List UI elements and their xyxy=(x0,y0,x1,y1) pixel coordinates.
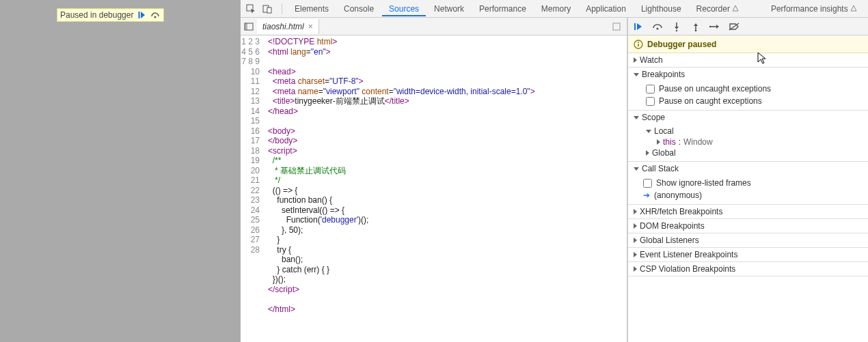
csp-violation-breakpoints-section: CSP Violation Breakpoints xyxy=(628,262,868,276)
source-editor[interactable]: 1 2 3 4 5 6 7 8 9 10 11 12 13 14 15 16 1… xyxy=(241,35,627,342)
breakpoints-header[interactable]: Breakpoints xyxy=(628,68,868,81)
callstack-header[interactable]: Call Stack xyxy=(628,162,868,175)
xhr-breakpoints-label: XHR/fetch Breakpoints xyxy=(640,207,722,216)
ignore-listed-label: Show ignore-listed frames xyxy=(656,178,751,188)
watch-label: Watch xyxy=(640,55,663,65)
page-preview-pane: Paused in debugger xyxy=(0,0,241,342)
more-tabs-icon[interactable] xyxy=(612,22,627,31)
svg-point-12 xyxy=(656,27,658,29)
pause-uncaught-checkbox[interactable] xyxy=(646,85,655,94)
tab-performance-insights[interactable]: Performance insights xyxy=(764,1,864,16)
tab-memory[interactable]: Memory xyxy=(534,1,578,16)
step-over-icon[interactable] xyxy=(651,20,664,33)
pause-uncaught-row[interactable]: Pause on uncaught exceptions xyxy=(646,83,863,95)
chevron-down-icon xyxy=(634,116,639,119)
scope-local-row[interactable]: Local xyxy=(640,126,863,137)
svg-marker-20 xyxy=(716,25,719,29)
paused-in-debugger-banner: Paused in debugger xyxy=(57,8,164,22)
file-tabbar: tiaoshi.html × xyxy=(241,18,627,35)
svg-marker-17 xyxy=(694,23,698,26)
event-listener-breakpoints-header[interactable]: Event Listener Breakpoints xyxy=(628,248,868,261)
resume-button-icon[interactable] xyxy=(632,20,645,33)
tab-console[interactable]: Console xyxy=(337,1,381,16)
chevron-right-icon xyxy=(634,223,637,229)
breakpoints-section: Breakpoints Pause on uncaught exceptions… xyxy=(628,68,868,111)
global-listeners-header[interactable]: Global Listeners xyxy=(628,233,868,247)
chevron-right-icon xyxy=(634,238,637,243)
chevron-right-icon xyxy=(634,57,637,63)
scope-label: Scope xyxy=(642,113,665,122)
callstack-frame-current[interactable]: ➔(anonymous) xyxy=(640,189,863,201)
source-editor-column: tiaoshi.html × 1 2 3 4 5 6 7 8 9 10 11 1… xyxy=(241,18,627,342)
svg-rect-9 xyxy=(613,23,620,30)
tab-application[interactable]: Application xyxy=(579,1,633,16)
scope-header[interactable]: Scope xyxy=(628,111,868,124)
ignore-listed-checkbox[interactable] xyxy=(643,179,652,188)
scope-this-key: this xyxy=(663,137,676,147)
step-out-icon[interactable] xyxy=(690,20,702,33)
navigator-toggle-icon[interactable] xyxy=(241,18,257,35)
tab-recorder[interactable]: Recorder xyxy=(690,1,746,16)
svg-rect-6 xyxy=(267,8,271,13)
step-into-icon[interactable] xyxy=(670,20,683,33)
chevron-right-icon xyxy=(634,209,637,214)
chevron-down-icon xyxy=(646,130,651,133)
tab-performance[interactable]: Performance xyxy=(472,1,533,16)
tab-elements[interactable]: Elements xyxy=(288,1,336,16)
svg-rect-0 xyxy=(139,12,140,18)
xhr-breakpoints-header[interactable]: XHR/fetch Breakpoints xyxy=(628,205,868,218)
dom-breakpoints-header[interactable]: DOM Breakpoints xyxy=(628,219,868,233)
debugger-status-label: Debugger paused xyxy=(647,40,716,49)
dom-breakpoints-label: DOM Breakpoints xyxy=(640,221,705,231)
resume-icon[interactable] xyxy=(136,10,147,20)
svg-point-21 xyxy=(709,25,711,27)
chevron-right-icon xyxy=(634,252,637,257)
svg-rect-8 xyxy=(245,23,247,30)
csp-violation-breakpoints-header[interactable]: CSP Violation Breakpoints xyxy=(628,262,868,276)
svg-point-18 xyxy=(695,29,697,31)
svg-rect-10 xyxy=(634,23,636,30)
event-listener-breakpoints-section: Event Listener Breakpoints xyxy=(628,248,868,262)
breakpoints-label: Breakpoints xyxy=(642,70,685,79)
watch-section: Watch xyxy=(628,53,868,68)
scope-local-label: Local xyxy=(654,126,674,136)
debugger-sidebar: Debugger paused Watch Breakpoints Pause … xyxy=(627,18,868,342)
chevron-down-icon xyxy=(634,73,639,76)
close-file-icon[interactable]: × xyxy=(308,22,313,31)
code-content[interactable]: <!DOCTYPE html> <html lang="en"> <head> … xyxy=(264,35,627,342)
debugger-toolbar xyxy=(628,18,868,35)
svg-marker-14 xyxy=(675,27,679,29)
frame-label: (anonymous) xyxy=(654,190,702,200)
tab-network[interactable]: Network xyxy=(427,1,471,16)
chevron-right-icon xyxy=(634,266,637,272)
inspect-icon[interactable] xyxy=(245,3,257,15)
svg-marker-11 xyxy=(637,23,642,30)
scope-section: Scope Local this: Window Global xyxy=(628,111,868,162)
file-tab-label: tiaoshi.html xyxy=(262,22,304,31)
deactivate-breakpoints-icon[interactable] xyxy=(728,20,740,33)
tab-sources[interactable]: Sources xyxy=(382,1,426,16)
line-gutter: 1 2 3 4 5 6 7 8 9 10 11 12 13 14 15 16 1… xyxy=(241,35,264,342)
global-listeners-label: Global Listeners xyxy=(640,236,699,245)
dom-breakpoints-section: DOM Breakpoints xyxy=(628,219,868,233)
devtools-tabbar: Elements Console Sources Network Perform… xyxy=(241,0,868,18)
devtools-panel: Elements Console Sources Network Perform… xyxy=(241,0,868,342)
pause-caught-checkbox[interactable] xyxy=(646,97,655,106)
file-tab-tiaoshi[interactable]: tiaoshi.html × xyxy=(257,19,319,34)
watch-header[interactable]: Watch xyxy=(628,53,868,67)
paused-label: Paused in debugger xyxy=(60,10,133,20)
scope-global-label: Global xyxy=(652,148,676,158)
csp-violation-breakpoints-label: CSP Violation Breakpoints xyxy=(640,264,735,274)
pause-caught-row[interactable]: Pause on caught exceptions xyxy=(646,95,863,107)
chevron-right-icon xyxy=(646,150,649,156)
device-toolbar-icon[interactable] xyxy=(261,3,273,15)
ignore-listed-row[interactable]: Show ignore-listed frames xyxy=(640,177,863,189)
scope-this-row[interactable]: this: Window xyxy=(640,137,863,147)
scope-this-value: Window xyxy=(683,137,713,147)
event-listener-breakpoints-label: Event Listener Breakpoints xyxy=(640,250,737,259)
global-listeners-section: Global Listeners xyxy=(628,233,868,248)
step-icon[interactable] xyxy=(709,20,721,33)
step-over-small-icon[interactable] xyxy=(150,10,161,20)
tab-lighthouse[interactable]: Lighthouse xyxy=(634,1,688,16)
scope-global-row[interactable]: Global xyxy=(640,147,863,158)
